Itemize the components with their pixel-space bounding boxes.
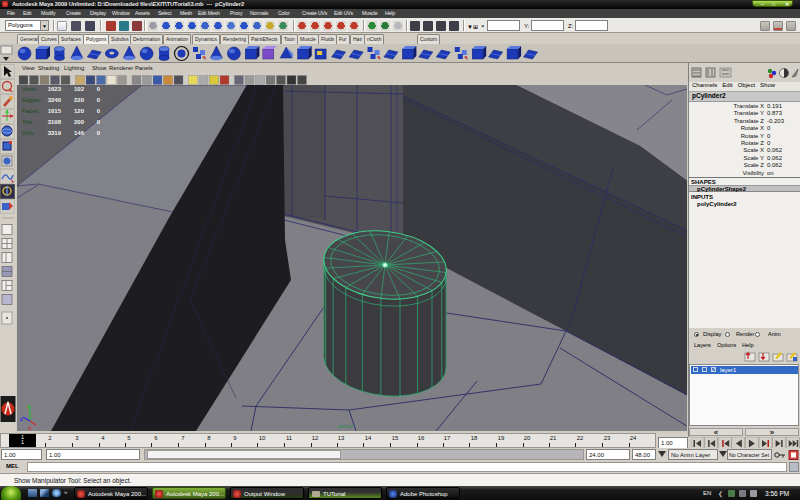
svg-text:Verts:: Verts:: [22, 86, 38, 92]
svg-text:146: 146: [74, 130, 85, 136]
svg-text:120: 120: [74, 108, 85, 114]
svg-text:Tris:: Tris:: [22, 119, 34, 125]
svg-text:3240: 3240: [48, 97, 62, 103]
svg-text:Edges:: Edges:: [22, 97, 41, 103]
svg-text:Y: Y: [27, 404, 32, 411]
svg-text:Faces:: Faces:: [22, 108, 40, 114]
svg-text:UVs:: UVs:: [22, 130, 35, 136]
svg-text:persp: persp: [338, 423, 354, 429]
svg-text:3198: 3198: [48, 119, 62, 125]
svg-text:1623: 1623: [48, 86, 62, 92]
svg-text:220: 220: [74, 97, 85, 103]
svg-text:200: 200: [74, 119, 85, 125]
svg-text:z: z: [20, 416, 23, 422]
svg-text:1615: 1615: [48, 108, 62, 114]
svg-text:102: 102: [74, 86, 85, 92]
svg-text:3319: 3319: [48, 130, 62, 136]
